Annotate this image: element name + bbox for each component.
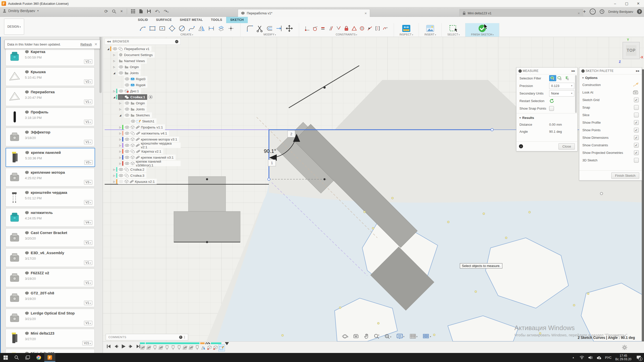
- browser-item-label[interactable]: Sketch1: [142, 119, 154, 123]
- expander-icon[interactable]: ▷: [112, 90, 116, 93]
- visibility-eye-icon[interactable]: [125, 102, 129, 105]
- visibility-eye-icon[interactable]: [113, 47, 117, 50]
- polygon-icon[interactable]: [168, 25, 176, 32]
- refresh-link[interactable]: Refresh: [80, 42, 92, 46]
- ribbon-group-label[interactable]: MODIFY: [263, 33, 276, 36]
- component-color-bar[interactable]: [122, 143, 123, 148]
- right-panel-rail[interactable]: [642, 69, 644, 341]
- browser-row-Joints[interactable]: ▷Joints: [105, 106, 181, 112]
- lookat-icon[interactable]: [633, 90, 639, 95]
- point-icon[interactable]: [227, 25, 235, 32]
- browser-item-label[interactable]: Профиль v1:1: [141, 125, 163, 129]
- expander-icon[interactable]: ◢: [112, 96, 116, 99]
- expander-icon[interactable]: ◢: [118, 114, 122, 117]
- measure-icon[interactable]: [402, 24, 411, 33]
- visibility-eye-icon[interactable]: [119, 168, 123, 171]
- data-item-Mini-delta123[interactable]: Mini delta123: [6, 349, 95, 353]
- expander-icon[interactable]: ▷: [118, 150, 122, 153]
- browser-row-натяжитель-v4-1[interactable]: ▷натяжитель v4:1: [105, 130, 181, 136]
- ribbon-group-label[interactable]: SELECT: [447, 33, 460, 36]
- browser-item-label[interactable]: Named Views: [124, 59, 145, 63]
- browser-row-Sketches[interactable]: ◢Sketches: [105, 112, 181, 118]
- search-icon[interactable]: [112, 9, 116, 14]
- show-snap-points-checkbox[interactable]: [549, 106, 554, 111]
- document-tab-active[interactable]: Переработка v1* ×: [238, 9, 370, 17]
- fillet-icon[interactable]: [246, 25, 254, 32]
- midpoint-icon[interactable]: [367, 26, 373, 31]
- ellipse-icon[interactable]: [178, 25, 186, 32]
- file-menu-icon[interactable]: [139, 9, 143, 14]
- browser-item-label[interactable]: Стойка:2: [130, 168, 144, 171]
- expander-icon[interactable]: ▷: [118, 144, 122, 147]
- data-item-натяжитель[interactable]: натяжитель4:24:05 PMV4: [6, 208, 95, 227]
- expander-icon[interactable]: ▷: [112, 180, 116, 183]
- browser-row-Переработка-v1[interactable]: ◢Переработка v1: [105, 46, 181, 52]
- browser-row-Rigid3[interactable]: Rigid3: [105, 76, 181, 82]
- options-section[interactable]: Options: [579, 74, 642, 81]
- task-view-icon[interactable]: [22, 353, 33, 362]
- comments-bar[interactable]: COMMENTS +∥: [106, 334, 188, 340]
- sketch-point[interactable]: [324, 86, 326, 89]
- visibility-eye-icon[interactable]: [125, 156, 129, 159]
- job-status-icon[interactable]: ◠: [590, 9, 596, 15]
- select-box-icon[interactable]: [449, 24, 458, 33]
- scrollbar[interactable]: [575, 75, 577, 113]
- timeline-feature-joint[interactable]: [188, 344, 194, 351]
- component-color-bar[interactable]: [116, 89, 117, 93]
- browser-item-label[interactable]: Rigid4: [136, 83, 145, 87]
- perpendicular-icon[interactable]: [336, 26, 341, 31]
- component-color-bar[interactable]: [122, 149, 123, 154]
- timeline-feature-pin[interactable]: [194, 344, 200, 351]
- browser-row-Document-Settings[interactable]: ▷Document Settings: [105, 52, 181, 58]
- coincident-icon[interactable]: [305, 26, 310, 31]
- browser-item-label[interactable]: Origin: [136, 101, 145, 105]
- maximize-button[interactable]: ▢: [621, 0, 632, 7]
- pan-icon[interactable]: [364, 334, 369, 339]
- view-cube[interactable]: TOP Y -X Z: [619, 38, 644, 66]
- rectangle-icon[interactable]: [149, 25, 156, 32]
- browser-row-Стойка-1[interactable]: ◢Стойка:1: [105, 94, 181, 100]
- concentric-icon[interactable]: [359, 26, 365, 31]
- extend-icon[interactable]: [275, 25, 283, 32]
- browser-row-крепеж-панелей-v3(Mirror)-1[interactable]: ▷крепеж панелей v3(Mirror):1: [105, 160, 181, 166]
- browser-item-label[interactable]: крепеж панелей v3:1: [141, 156, 174, 159]
- browser-item-label[interactable]: Стойка:3: [130, 174, 144, 177]
- visibility-eye-icon[interactable]: [125, 144, 129, 147]
- item-version-dropdown[interactable]: V2: [84, 200, 92, 205]
- data-item-Каретка[interactable]: Каретка5:00:59 PMV2: [6, 47, 95, 66]
- ribbon-tab-sketch[interactable]: SKETCH: [226, 17, 248, 23]
- account-name[interactable]: Dmitriy Berdyaev: [608, 10, 633, 14]
- component-color-bar[interactable]: [116, 167, 117, 172]
- action-center-icon[interactable]: 1: [633, 353, 644, 362]
- expander-icon[interactable]: ▷: [118, 162, 122, 165]
- view-cube-face-label[interactable]: TOP: [627, 48, 636, 53]
- visibility-eye-icon[interactable]: [119, 174, 123, 177]
- option-checkbox[interactable]: ✓: [634, 128, 639, 132]
- ribbon-group-label[interactable]: INSERT: [424, 33, 436, 36]
- tray-expand-icon[interactable]: ▲: [569, 353, 578, 362]
- go-to-start-button[interactable]: [107, 344, 111, 348]
- browser-item-label[interactable]: Каретка v2:1: [141, 150, 161, 153]
- step-forward-button[interactable]: [129, 344, 133, 348]
- browser-item-label[interactable]: Sketches: [136, 113, 150, 117]
- collapse-dialog-icon[interactable]: –: [518, 69, 522, 73]
- visibility-eye-icon[interactable]: [125, 138, 129, 141]
- close-measure-button[interactable]: Close: [558, 143, 575, 150]
- browser-item-label[interactable]: натяжитель v4:1: [141, 131, 167, 135]
- browser-item-label[interactable]: Document Settings: [124, 53, 153, 57]
- component-color-bar[interactable]: [116, 95, 117, 99]
- component-color-bar[interactable]: [116, 173, 117, 178]
- data-item-Lerdge-Optical-End-Stop[interactable]: Lerdge Optical End Stop3/21/20V1: [6, 309, 95, 327]
- data-item-Mini-delta123[interactable]: Mini delta1233/27/20V21: [6, 329, 95, 347]
- display-settings-icon[interactable]: ▾: [396, 333, 405, 339]
- component-color-bar[interactable]: [122, 155, 123, 160]
- step-back-button[interactable]: [114, 344, 118, 348]
- orbit-icon[interactable]: ▾: [342, 334, 349, 339]
- component-color-bar[interactable]: [122, 137, 123, 142]
- workspace-selector[interactable]: DESIGN: [4, 19, 24, 35]
- component-color-bar[interactable]: [116, 179, 117, 184]
- dimension-icon[interactable]: [208, 25, 215, 32]
- item-version-dropdown[interactable]: V1: [84, 260, 92, 265]
- item-version-dropdown[interactable]: V1: [84, 100, 92, 104]
- item-version-dropdown[interactable]: V4: [84, 220, 92, 225]
